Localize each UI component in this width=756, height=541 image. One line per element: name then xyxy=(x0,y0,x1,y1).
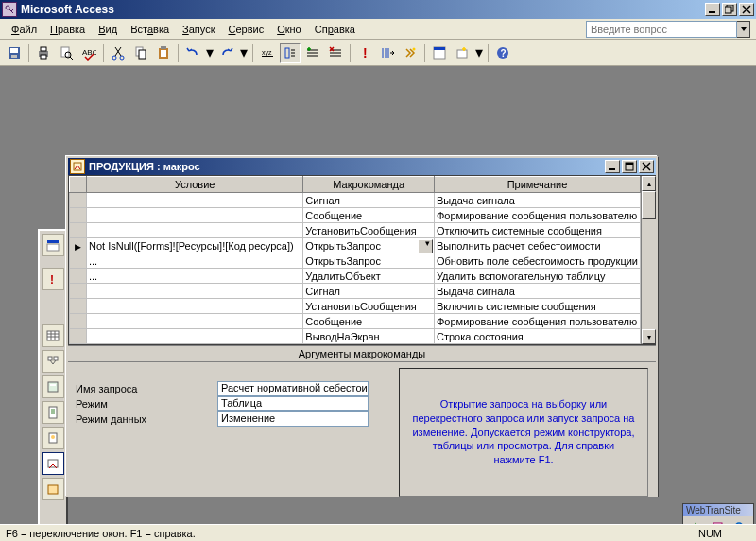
cell-comment[interactable]: Удалить вспомогательную таблицу xyxy=(434,269,640,284)
cell-comment[interactable]: Выдача сигнала xyxy=(434,284,640,299)
arg-queryname-input[interactable]: Расчет нормативной себестоимости xyxy=(217,381,369,396)
redo-icon[interactable] xyxy=(216,43,237,63)
menu-tools[interactable]: Сервис xyxy=(222,22,269,37)
webtransite-title[interactable]: WebTranSite xyxy=(683,504,753,516)
table-row[interactable]: ...ОткрытьЗапросОбновить поле себестоимо… xyxy=(70,253,641,269)
menu-run[interactable]: Запуск xyxy=(177,22,220,37)
arg-datamode-input[interactable]: Изменение xyxy=(217,411,369,427)
cell-action[interactable]: ОткрытьЗапрос xyxy=(303,253,435,269)
db-macros-icon[interactable] xyxy=(42,452,64,475)
conditions-toggle-icon[interactable] xyxy=(280,43,301,63)
column-condition[interactable]: Условие xyxy=(87,177,303,193)
cell-condition[interactable] xyxy=(87,314,303,329)
row-selector[interactable] xyxy=(70,238,87,253)
cell-condition[interactable] xyxy=(87,284,303,299)
cell-comment[interactable]: Строка состояния xyxy=(434,329,640,344)
row-selector[interactable] xyxy=(70,299,87,314)
help-search-input[interactable] xyxy=(586,21,737,38)
cell-condition[interactable]: ... xyxy=(87,269,303,284)
paste-icon[interactable] xyxy=(153,43,174,63)
cell-comment[interactable]: Формирование сообщения пользователю xyxy=(434,314,640,329)
row-selector[interactable] xyxy=(70,208,87,223)
cell-action[interactable]: ОткрытьЗапрос xyxy=(303,238,435,253)
cell-action[interactable]: УдалитьОбъект xyxy=(303,269,435,284)
row-selector[interactable] xyxy=(70,314,87,329)
macro-minimize-button[interactable] xyxy=(605,160,620,173)
insert-rows-icon[interactable] xyxy=(302,43,323,63)
menu-window[interactable]: Окно xyxy=(271,22,307,37)
cell-condition[interactable] xyxy=(87,208,303,223)
db-objects-icon[interactable] xyxy=(42,234,64,256)
db-forms-icon[interactable] xyxy=(42,375,64,398)
table-row[interactable]: ВыводНаЭкранСтрока состояния xyxy=(70,329,641,344)
row-selector[interactable] xyxy=(70,223,87,238)
cell-action[interactable]: УстановитьСообщения xyxy=(303,223,435,238)
table-row[interactable]: СигналВыдача сигнала xyxy=(70,284,641,299)
table-row[interactable]: СообщениеФормирование сообщения пользова… xyxy=(70,314,641,329)
db-run-icon[interactable]: ! xyxy=(42,268,64,290)
table-row[interactable]: Not IsNull([Forms]![Ресурсы]![Код ресурс… xyxy=(70,238,641,253)
cell-action[interactable]: УстановитьСообщения xyxy=(303,299,435,314)
cell-comment[interactable]: Обновить поле себестоимость продукции xyxy=(434,253,640,269)
run-icon[interactable]: ! xyxy=(354,43,375,63)
scroll-thumb[interactable] xyxy=(642,191,656,219)
select-all-rows[interactable] xyxy=(70,177,87,193)
cell-action[interactable]: Сообщение xyxy=(303,208,435,223)
minimize-button[interactable] xyxy=(705,3,720,16)
cell-comment[interactable]: Включить системные сообщения xyxy=(434,299,640,314)
row-selector[interactable] xyxy=(70,269,87,284)
db-tables-icon[interactable] xyxy=(42,324,64,347)
menu-help[interactable]: Справка xyxy=(309,22,361,37)
database-window-icon[interactable] xyxy=(429,43,450,63)
help-icon[interactable]: ? xyxy=(492,43,513,63)
cell-condition[interactable] xyxy=(87,299,303,314)
table-row[interactable]: УстановитьСообщенияВключить системные со… xyxy=(70,299,641,314)
db-modules-icon[interactable] xyxy=(42,478,64,500)
menu-view[interactable]: Вид xyxy=(93,22,123,37)
db-pages-icon[interactable] xyxy=(42,427,64,449)
column-comment[interactable]: Примечание xyxy=(434,177,640,193)
grid-vscroll[interactable]: ▴ ▾ xyxy=(641,176,656,344)
redo-dropdown[interactable]: ▾ xyxy=(239,44,249,61)
undo-icon[interactable] xyxy=(182,43,203,63)
restore-button[interactable] xyxy=(722,3,737,16)
cell-action[interactable]: Сигнал xyxy=(303,284,435,299)
cell-condition[interactable]: Not IsNull([Forms]![Ресурсы]![Код ресурс… xyxy=(87,238,303,253)
new-object-icon[interactable] xyxy=(452,43,472,63)
cell-action[interactable]: Сообщение xyxy=(303,314,435,329)
arg-mode-input[interactable]: Таблица xyxy=(217,396,369,411)
print-preview-icon[interactable] xyxy=(56,43,77,63)
column-action[interactable]: Макрокоманда xyxy=(303,177,435,193)
print-icon[interactable] xyxy=(33,43,54,63)
build-icon[interactable] xyxy=(400,43,421,63)
scroll-up-icon[interactable]: ▴ xyxy=(642,176,656,191)
undo-dropdown[interactable]: ▾ xyxy=(205,44,215,61)
db-reports-icon[interactable] xyxy=(42,401,64,424)
close-button[interactable] xyxy=(739,3,754,16)
menu-edit[interactable]: Правка xyxy=(44,22,91,37)
table-row[interactable]: СообщениеФормирование сообщения пользова… xyxy=(70,208,641,223)
delete-rows-icon[interactable] xyxy=(325,43,346,63)
macro-names-icon[interactable]: xyz xyxy=(257,43,278,63)
copy-icon[interactable] xyxy=(130,43,151,63)
single-step-icon[interactable] xyxy=(377,43,398,63)
macro-grid[interactable]: Условие Макрокоманда Примечание СигналВы… xyxy=(69,176,641,344)
cell-comment[interactable]: Выполнить расчет себестоимости xyxy=(434,238,640,253)
scroll-down-icon[interactable]: ▾ xyxy=(642,329,656,344)
menu-insert[interactable]: Вставка xyxy=(125,22,175,37)
table-row[interactable]: СигналВыдача сигнала xyxy=(70,193,641,208)
row-selector[interactable] xyxy=(70,329,87,344)
cell-condition[interactable]: ... xyxy=(87,253,303,269)
row-selector[interactable] xyxy=(70,284,87,299)
spellcheck-icon[interactable]: ABC xyxy=(78,43,99,63)
table-row[interactable]: УстановитьСообщенияОтключить системные с… xyxy=(70,223,641,238)
macro-close-button[interactable] xyxy=(639,160,654,173)
row-selector[interactable] xyxy=(70,253,87,269)
row-selector[interactable] xyxy=(70,193,87,208)
menu-file[interactable]: Файл xyxy=(6,22,43,37)
macro-titlebar[interactable]: ПРОДУКЦИЯ : макрос xyxy=(68,158,656,175)
cell-comment[interactable]: Отключить системные сообщения xyxy=(434,223,640,238)
cell-condition[interactable] xyxy=(87,329,303,344)
macro-maximize-button[interactable] xyxy=(622,160,637,173)
db-queries-icon[interactable] xyxy=(42,350,64,373)
